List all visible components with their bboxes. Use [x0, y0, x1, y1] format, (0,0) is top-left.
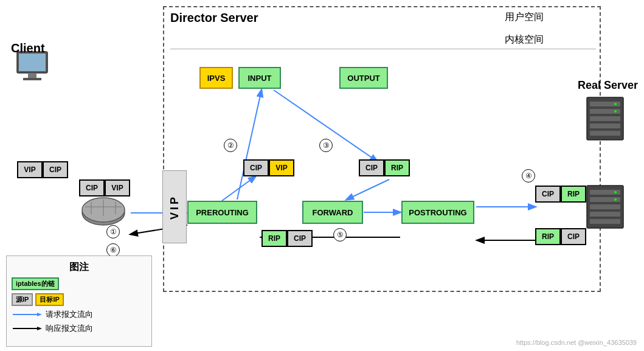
step3-cip-box: CIP — [359, 159, 384, 176]
svg-rect-11 — [19, 54, 46, 71]
step1-num: ① — [106, 225, 120, 238]
step5-rip-box: RIP — [261, 230, 287, 247]
svg-point-34 — [614, 191, 617, 193]
real-server-label: Real Server — [578, 79, 638, 92]
svg-rect-33 — [590, 219, 620, 224]
router-in-cip-box: CIP — [79, 179, 105, 196]
step4-cip-box: CIP — [535, 186, 561, 203]
svg-rect-25 — [590, 131, 620, 136]
postrouting-box: POSTROUTING — [401, 201, 474, 224]
step3-rip-box: RIP — [384, 159, 410, 176]
legend-blue-arrow-row: 请求报文流向 — [12, 309, 147, 320]
step2-vip-box: VIP — [269, 159, 294, 176]
svg-rect-13 — [23, 78, 41, 80]
step5-num: ⑤ — [333, 228, 347, 242]
client-cip-box: CIP — [43, 161, 68, 178]
svg-rect-23 — [590, 116, 620, 121]
svg-rect-31 — [590, 204, 620, 209]
step2-cip-box: CIP — [243, 159, 269, 176]
step3-num: ③ — [319, 139, 333, 152]
diagram-container: Client VIP CIP CIP VIP Director Server 用… — [0, 0, 644, 351]
step2-num: ② — [224, 139, 237, 152]
legend-ip-row: 源IP 目标IP — [12, 293, 147, 306]
legend-dstip-box: 目标IP — [35, 293, 63, 306]
input-box: INPUT — [238, 67, 281, 89]
rs-rip-box: RIP — [535, 228, 561, 245]
svg-point-26 — [614, 103, 617, 105]
user-space-label: 用户空间 — [505, 11, 544, 24]
svg-rect-24 — [590, 123, 620, 128]
user-kernel-divider — [170, 49, 596, 49]
legend-black-arrow-row: 响应报文流向 — [12, 323, 147, 334]
legend-iptables-box: iptables的链 — [12, 277, 59, 290]
legend-srcip-box: 源IP — [12, 293, 33, 306]
forward-box: FORWARD — [302, 201, 363, 224]
client-label: Client — [11, 41, 45, 55]
svg-rect-12 — [28, 73, 36, 78]
router-icon — [79, 195, 128, 234]
vip-vertical-label: VIP — [162, 170, 187, 243]
legend-box: 图注 iptables的链 源IP 目标IP 请求报文流向 — [6, 255, 152, 347]
watermark: https://blog.csdn.net @weixin_43635039 — [516, 339, 637, 346]
svg-marker-39 — [37, 327, 42, 330]
kernel-space-label: 内核空间 — [505, 33, 544, 46]
legend-title: 图注 — [12, 261, 147, 274]
step6-num: ⑥ — [106, 243, 120, 257]
legend-iptables-row: iptables的链 — [12, 277, 147, 290]
svg-point-27 — [614, 110, 617, 113]
rs-cip-box: CIP — [561, 228, 586, 245]
prerouting-box: PREROUTING — [187, 201, 257, 224]
output-box: OUTPUT — [339, 67, 388, 89]
step5-cip-box: CIP — [287, 230, 313, 247]
svg-marker-37 — [37, 313, 42, 316]
router-in-vip-box: VIP — [105, 179, 130, 196]
client-vip-box: VIP — [17, 161, 43, 178]
step4-num: ④ — [522, 169, 535, 182]
svg-point-35 — [614, 198, 617, 201]
step4-rip-box: RIP — [561, 186, 586, 203]
real-server-rack2 — [584, 182, 626, 234]
director-server-label: Director Server — [170, 11, 258, 25]
real-server-rack1 — [584, 94, 626, 145]
ipvs-box: IPVS — [199, 67, 233, 89]
svg-rect-32 — [590, 212, 620, 217]
